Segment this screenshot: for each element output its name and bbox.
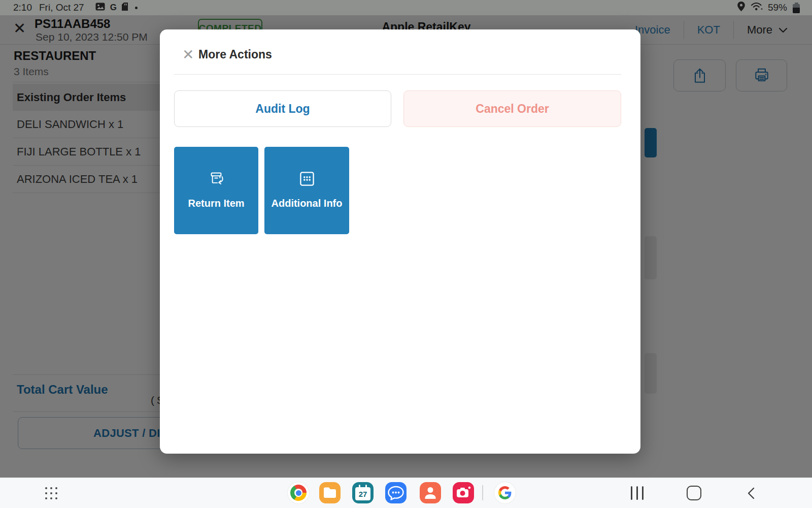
google-notification-icon: G (110, 3, 117, 13)
cancel-order-button[interactable]: Cancel Order (403, 90, 621, 127)
additional-info-tile[interactable]: Additional Info (264, 147, 349, 234)
calendar-day: 27 (359, 490, 367, 498)
audit-log-button[interactable]: Audit Log (174, 90, 391, 127)
date: Fri, Oct 27 (39, 2, 84, 13)
back-button[interactable] (747, 487, 755, 501)
recents-button[interactable] (631, 486, 644, 500)
messages-icon[interactable] (385, 482, 407, 503)
contacts-icon[interactable] (420, 482, 441, 503)
calendar-icon[interactable]: 27 (352, 482, 374, 503)
wifi-icon (750, 2, 763, 14)
close-modal-icon[interactable]: ✕ (182, 48, 194, 62)
clock: 2:10 (13, 2, 32, 13)
taskbar: 27 (0, 478, 812, 508)
return-item-tile[interactable]: Return Item (174, 147, 258, 234)
notification-dot (135, 7, 138, 9)
return-box-icon (206, 168, 227, 189)
taskbar-separator (482, 485, 483, 500)
camera-icon[interactable] (453, 482, 474, 503)
my-files-icon[interactable] (319, 482, 341, 503)
sdcard-notification-icon (122, 2, 128, 13)
status-bar: 2:10 Fri, Oct 27 G 59% (0, 0, 812, 15)
google-icon[interactable] (494, 482, 516, 503)
tile-label: Additional Info (272, 198, 343, 209)
battery-icon (793, 3, 800, 13)
chrome-icon[interactable] (288, 482, 309, 503)
app-drawer-icon[interactable] (44, 486, 59, 501)
home-button[interactable] (687, 486, 701, 500)
screen: 2:10 Fri, Oct 27 G 59% (0, 0, 812, 508)
tile-label: Return Item (188, 198, 244, 209)
battery-percent: 59% (768, 2, 787, 13)
more-actions-modal: ✕ More Actions Audit Log Cancel Order Re… (160, 29, 640, 454)
gallery-notification-icon (95, 2, 105, 13)
keypad-icon (296, 168, 318, 189)
location-icon (737, 1, 746, 14)
divider (174, 74, 621, 75)
modal-title: More Actions (198, 48, 272, 61)
